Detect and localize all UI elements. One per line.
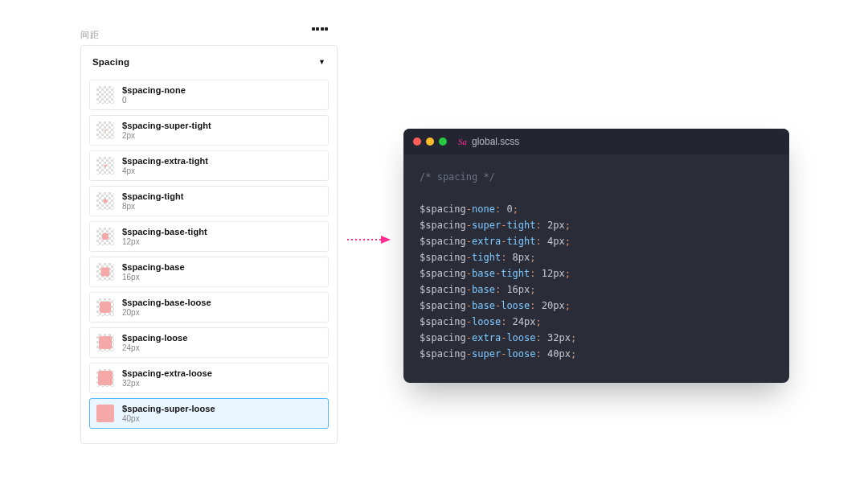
item-text: $spacing-none0 (122, 85, 186, 105)
code-line: $spacing-extra-tight: 4px; (420, 233, 773, 249)
item-text: $spacing-super-tight2px (122, 121, 211, 140)
minimize-dot[interactable] (426, 138, 434, 146)
list-item[interactable]: $spacing-base16px (89, 257, 329, 287)
swatch-icon (96, 298, 114, 316)
list-item[interactable]: $spacing-super-loose40px (89, 398, 329, 429)
item-value: 8px (122, 202, 184, 211)
file-tab-label: global.scss (472, 136, 519, 147)
swatch-icon (96, 192, 114, 210)
close-dot[interactable] (413, 138, 421, 146)
item-name: $spacing-none (122, 85, 186, 95)
code-comment: /* spacing */ (420, 169, 773, 185)
swatch-icon (96, 369, 114, 387)
traffic-lights (413, 138, 447, 146)
swatch-icon (96, 121, 114, 139)
item-name: $spacing-extra-tight (122, 156, 208, 166)
item-name: $spacing-super-tight (122, 121, 211, 130)
list-item[interactable]: $spacing-tight8px (89, 186, 329, 216)
item-name: $spacing-base (122, 262, 185, 272)
code-line: $spacing-loose: 24px; (420, 314, 773, 330)
code-line: $spacing-super-loose: 40px; (420, 346, 773, 362)
swatch-icon (96, 228, 114, 245)
list-item[interactable]: $spacing-loose24px (89, 327, 329, 358)
item-name: $spacing-base-loose (122, 298, 211, 307)
code-line: $spacing-base: 16px; (420, 281, 773, 298)
panel-title: Spacing (92, 57, 129, 67)
item-text: $spacing-super-loose40px (122, 404, 215, 423)
list-item[interactable]: $spacing-extra-loose32px (89, 363, 329, 393)
item-name: $spacing-base-tight (122, 227, 207, 236)
item-text: $spacing-base-loose20px (122, 298, 211, 317)
item-text: $spacing-extra-tight4px (122, 156, 208, 175)
list-item[interactable]: $spacing-none0 (89, 80, 329, 110)
item-value: 32px (122, 379, 212, 388)
arrow-icon (347, 236, 391, 244)
swatch-icon (96, 263, 114, 281)
code-line: $spacing-none: 0; (420, 201, 773, 217)
code-window: Sa global.scss /* spacing */$spacing-non… (403, 129, 789, 383)
list-item[interactable]: $spacing-extra-tight4px (89, 150, 329, 181)
item-name: $spacing-tight (122, 191, 184, 201)
item-value: 0 (122, 96, 186, 105)
swatch-icon (96, 86, 114, 104)
list-item[interactable]: $spacing-base-loose20px (89, 292, 329, 323)
code-line: $spacing-base-loose: 20px; (420, 298, 773, 314)
swatch-icon (96, 334, 114, 351)
item-value: 40px (122, 414, 215, 423)
item-value: 12px (122, 237, 207, 246)
swatch-icon (96, 157, 114, 175)
item-value: 16px (122, 273, 185, 281)
item-name: $spacing-loose (122, 333, 187, 343)
panel-header[interactable]: Spacing ▼ (81, 46, 337, 75)
code-body[interactable]: /* spacing */$spacing-none: 0;$spacing-s… (403, 154, 789, 383)
item-name: $spacing-extra-loose (122, 368, 212, 378)
spacing-panel: Spacing ▼ $spacing-none0$spacing-super-t… (80, 45, 338, 444)
zoom-dot[interactable] (439, 138, 447, 146)
sass-icon: Sa (458, 137, 467, 146)
code-line: $spacing-super-tight: 2px; (420, 217, 773, 233)
item-value: 2px (122, 131, 211, 140)
code-line: $spacing-extra-loose: 32px; (420, 330, 773, 346)
swatch-icon (96, 405, 114, 422)
list-item[interactable]: $spacing-super-tight2px (89, 115, 329, 146)
list-item[interactable]: $spacing-base-tight12px (89, 221, 329, 252)
item-name: $spacing-super-loose (122, 404, 215, 413)
grid-view-icon[interactable] (312, 27, 328, 42)
item-value: 20px (122, 308, 211, 317)
window-titlebar: Sa global.scss (403, 129, 789, 154)
item-text: $spacing-loose24px (122, 333, 187, 352)
spacing-list: $spacing-none0$spacing-super-tight2px$sp… (81, 75, 337, 443)
code-line: $spacing-tight: 8px; (420, 249, 773, 265)
code-line: $spacing-base-tight: 12px; (420, 265, 773, 281)
file-tab[interactable]: Sa global.scss (458, 136, 519, 147)
item-value: 4px (122, 166, 208, 175)
item-text: $spacing-tight8px (122, 191, 184, 211)
item-text: $spacing-base-tight12px (122, 227, 207, 246)
chevron-down-icon[interactable]: ▼ (318, 58, 326, 66)
item-text: $spacing-base16px (122, 262, 185, 281)
item-text: $spacing-extra-loose32px (122, 368, 212, 388)
item-value: 24px (122, 343, 187, 352)
panel-label: 间距 (80, 29, 100, 41)
